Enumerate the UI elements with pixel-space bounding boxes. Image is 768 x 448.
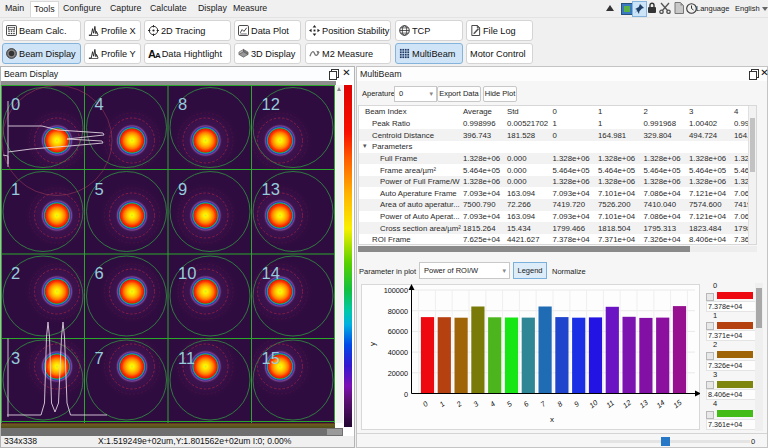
svg-text:2: 2	[11, 264, 20, 282]
svg-text:10: 10	[178, 264, 196, 282]
svg-text:40000: 40000	[388, 348, 408, 357]
svg-text:13: 13	[262, 180, 280, 198]
svg-text:15: 15	[262, 349, 280, 367]
svg-text:20000: 20000	[388, 369, 408, 378]
svg-text:4: 4	[95, 95, 104, 113]
svg-text:8: 8	[178, 95, 187, 113]
svg-text:11: 11	[178, 349, 195, 367]
svg-text:7: 7	[95, 349, 104, 367]
svg-text:80000: 80000	[388, 307, 408, 316]
svg-text:100000: 100000	[384, 286, 408, 295]
svg-text:y: y	[368, 342, 377, 346]
svg-text:9: 9	[178, 180, 187, 198]
svg-text:0: 0	[404, 390, 408, 399]
svg-text:1: 1	[11, 180, 20, 198]
svg-text:5: 5	[95, 180, 104, 198]
svg-text:6: 6	[95, 264, 104, 282]
svg-text:12: 12	[262, 95, 280, 113]
svg-text:60000: 60000	[388, 327, 408, 336]
svg-text:0: 0	[11, 95, 20, 113]
svg-text:14: 14	[262, 264, 280, 282]
svg-text:3: 3	[11, 349, 20, 367]
svg-text:x: x	[550, 415, 554, 424]
